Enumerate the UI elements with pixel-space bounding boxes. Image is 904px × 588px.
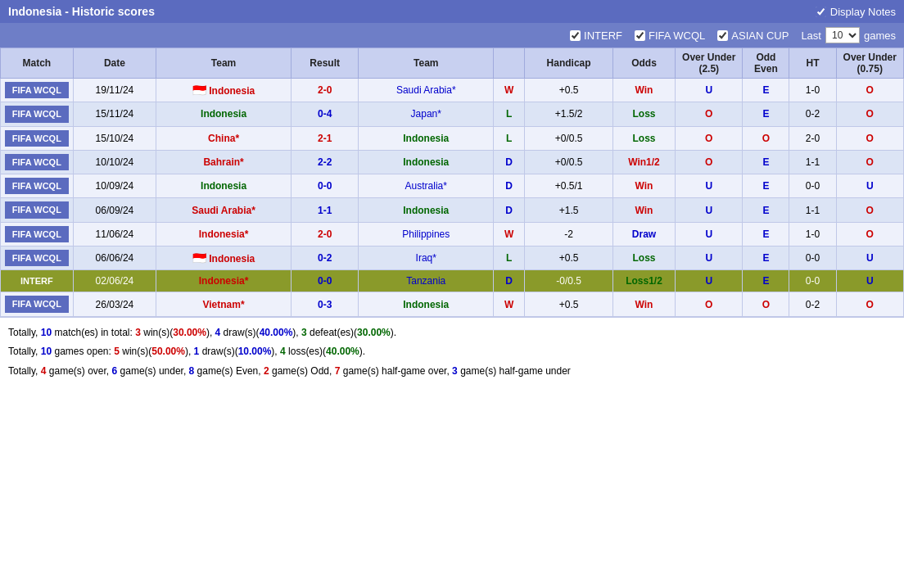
cell-ht: 0-2 bbox=[789, 102, 836, 126]
cell-team1: Indonesia bbox=[156, 174, 292, 198]
games-label: games bbox=[864, 29, 896, 42]
table-row: INTERF02/06/24Indonesia*0-0TanzaniaD-0/0… bbox=[1, 270, 904, 292]
cell-match-type: FIFA WCQL bbox=[1, 102, 74, 126]
col-ht: HT bbox=[789, 48, 836, 79]
cell-handicap: +0/0.5 bbox=[525, 126, 613, 150]
table-row: FIFA WCQL10/09/24Indonesia0-0Australia*D… bbox=[1, 174, 904, 198]
asian-cup-checkbox[interactable] bbox=[717, 30, 728, 41]
team2-name: Indonesia bbox=[403, 299, 449, 310]
cell-odds: Loss bbox=[612, 247, 675, 270]
fifa-wcql-checkbox[interactable] bbox=[635, 30, 645, 41]
cell-ou075: O bbox=[836, 102, 903, 126]
cell-match-type: FIFA WCQL bbox=[1, 126, 74, 150]
summary-line1: Totally, 10 match(es) in total: 3 win(s)… bbox=[8, 324, 896, 342]
cell-team2: Saudi Arabia* bbox=[359, 79, 494, 102]
asian-cup-label: ASIAN CUP bbox=[731, 29, 789, 42]
cell-wdl: W bbox=[494, 292, 525, 316]
cell-ou075: U bbox=[836, 270, 903, 292]
display-notes-checkbox[interactable] bbox=[816, 7, 826, 17]
cell-oe: E bbox=[743, 150, 789, 174]
cell-date: 15/11/24 bbox=[73, 102, 156, 126]
cell-ou25: O bbox=[676, 102, 743, 126]
summary-line2: Totally, 10 games open: 5 win(s)(50.00%)… bbox=[8, 343, 896, 361]
cell-oe: E bbox=[743, 222, 789, 246]
team1-name: Indonesia bbox=[209, 253, 255, 265]
cell-ou25: U bbox=[676, 79, 743, 102]
filter-fifa-wcql: FIFA WCQL bbox=[635, 29, 705, 42]
team2-name: Tanzania bbox=[406, 275, 445, 287]
last-games-select[interactable]: 10 20 30 bbox=[825, 27, 860, 43]
cell-team2: Iraq* bbox=[359, 247, 494, 270]
cell-ou075: U bbox=[836, 174, 903, 198]
team2-name: Iraq* bbox=[416, 252, 436, 264]
cell-wdl: W bbox=[494, 222, 525, 246]
scores-table: Match Date Team Result Team Handicap Odd… bbox=[0, 47, 904, 317]
cell-match-type: FIFA WCQL bbox=[1, 79, 74, 102]
team2-name: Philippines bbox=[402, 228, 450, 240]
summary-section: Totally, 10 match(es) in total: 3 win(s)… bbox=[0, 317, 904, 389]
cell-ht: 1-1 bbox=[789, 198, 836, 222]
cell-wdl: D bbox=[494, 174, 525, 198]
summary-open-losses: 4 bbox=[280, 346, 286, 357]
summary-defeats-pct: 30.00% bbox=[357, 327, 391, 338]
cell-team2: Indonesia bbox=[359, 126, 494, 150]
team1-name: Indonesia bbox=[201, 180, 246, 192]
flag-icon: 🇮🇩 bbox=[192, 251, 206, 265]
cell-oe: O bbox=[743, 292, 789, 316]
summary-over: 4 bbox=[41, 365, 47, 377]
cell-ou075: O bbox=[836, 126, 903, 150]
col-team2: Team bbox=[359, 48, 494, 79]
cell-odds: Win bbox=[612, 292, 675, 316]
cell-wdl: L bbox=[494, 247, 525, 270]
fifa-wcql-label: FIFA WCQL bbox=[649, 29, 705, 42]
cell-team2: Indonesia bbox=[359, 292, 494, 316]
cell-team2: Australia* bbox=[359, 174, 494, 198]
cell-team2: Japan* bbox=[359, 102, 494, 126]
cell-handicap: +0/0.5 bbox=[525, 150, 613, 174]
cell-handicap: +0.5 bbox=[525, 79, 613, 102]
interf-checkbox[interactable] bbox=[570, 30, 581, 41]
team2-name: Australia* bbox=[405, 180, 447, 192]
cell-handicap: +1.5 bbox=[525, 198, 613, 222]
cell-result: 0-4 bbox=[291, 102, 358, 126]
cell-ou075: O bbox=[836, 79, 903, 102]
cell-team2: Philippines bbox=[359, 222, 494, 246]
col-team1: Team bbox=[156, 48, 292, 79]
header-bar: Indonesia - Historic scores Display Note… bbox=[0, 0, 904, 23]
col-ou25: Over Under (2.5) bbox=[676, 48, 743, 79]
cell-date: 06/06/24 bbox=[73, 247, 156, 270]
cell-wdl: D bbox=[494, 198, 525, 222]
cell-ht: 1-0 bbox=[789, 79, 836, 102]
filter-bar: INTERF FIFA WCQL ASIAN CUP Last 10 20 30… bbox=[0, 23, 904, 47]
cell-result: 0-0 bbox=[291, 174, 358, 198]
summary-wins-pct: 30.00% bbox=[173, 327, 206, 338]
cell-oe: E bbox=[743, 79, 789, 102]
team1-name: Indonesia* bbox=[199, 275, 249, 287]
cell-date: 10/10/24 bbox=[73, 150, 156, 174]
cell-wdl: D bbox=[494, 150, 525, 174]
table-row: FIFA WCQL11/06/24Indonesia*2-0Philippine… bbox=[1, 222, 904, 246]
table-row: FIFA WCQL15/10/24China*2-1IndonesiaL+0/0… bbox=[1, 126, 904, 150]
cell-ou25: U bbox=[676, 247, 743, 270]
cell-wdl: D bbox=[494, 270, 525, 292]
filter-interf: INTERF bbox=[570, 29, 622, 42]
summary-open-draws: 1 bbox=[194, 346, 200, 357]
cell-match-type: FIFA WCQL bbox=[1, 222, 74, 246]
cell-match-type: FIFA WCQL bbox=[1, 198, 74, 222]
cell-odds: Win bbox=[612, 174, 675, 198]
cell-ht: 1-0 bbox=[789, 222, 836, 246]
cell-oe: E bbox=[743, 270, 789, 292]
cell-date: 02/06/24 bbox=[73, 270, 156, 292]
cell-ht: 2-0 bbox=[789, 126, 836, 150]
cell-oe: E bbox=[743, 102, 789, 126]
cell-date: 15/10/24 bbox=[73, 126, 156, 150]
cell-handicap: +0.5 bbox=[525, 247, 613, 270]
cell-match-type: FIFA WCQL bbox=[1, 174, 74, 198]
cell-oe: E bbox=[743, 174, 789, 198]
team1-name: Indonesia bbox=[201, 108, 246, 120]
summary-half-under: 3 bbox=[452, 365, 458, 377]
cell-result: 0-3 bbox=[291, 292, 358, 316]
summary-open-losses-pct: 40.00% bbox=[326, 346, 359, 357]
cell-odds: Loss bbox=[612, 126, 675, 150]
cell-ou075: O bbox=[836, 198, 903, 222]
